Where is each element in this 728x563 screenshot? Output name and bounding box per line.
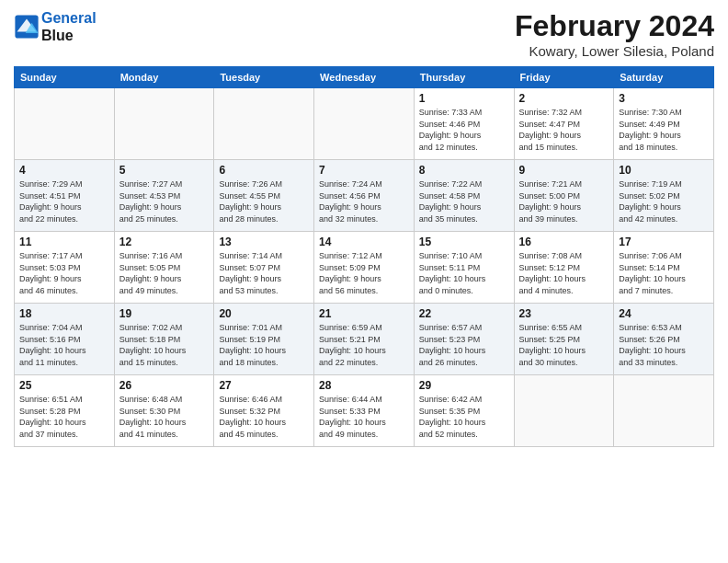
day-number: 20 bbox=[219, 307, 309, 320]
day-number: 28 bbox=[319, 379, 409, 392]
table-row: 13Sunrise: 7:14 AM Sunset: 5:07 PM Dayli… bbox=[214, 232, 314, 304]
table-row: 5Sunrise: 7:27 AM Sunset: 4:53 PM Daylig… bbox=[114, 160, 214, 232]
day-number: 21 bbox=[319, 307, 409, 320]
day-info: Sunrise: 6:55 AM Sunset: 5:25 PM Dayligh… bbox=[519, 322, 609, 368]
calendar-header-row: Sunday Monday Tuesday Wednesday Thursday… bbox=[15, 67, 714, 88]
logo-line1: General bbox=[41, 10, 97, 26]
day-info: Sunrise: 7:16 AM Sunset: 5:05 PM Dayligh… bbox=[119, 250, 210, 296]
day-info: Sunrise: 6:42 AM Sunset: 5:35 PM Dayligh… bbox=[419, 394, 509, 440]
table-row: 12Sunrise: 7:16 AM Sunset: 5:05 PM Dayli… bbox=[114, 232, 214, 304]
table-row: 11Sunrise: 7:17 AM Sunset: 5:03 PM Dayli… bbox=[15, 232, 115, 304]
table-row: 8Sunrise: 7:22 AM Sunset: 4:58 PM Daylig… bbox=[414, 160, 514, 232]
title-block: February 2024 Kowary, Lower Silesia, Pol… bbox=[515, 9, 714, 59]
table-row: 6Sunrise: 7:26 AM Sunset: 4:55 PM Daylig… bbox=[214, 160, 314, 232]
col-thursday: Thursday bbox=[414, 67, 514, 88]
calendar-week-row: 11Sunrise: 7:17 AM Sunset: 5:03 PM Dayli… bbox=[15, 232, 714, 304]
day-number: 27 bbox=[219, 379, 309, 392]
day-info: Sunrise: 7:22 AM Sunset: 4:58 PM Dayligh… bbox=[419, 178, 509, 224]
day-info: Sunrise: 7:12 AM Sunset: 5:09 PM Dayligh… bbox=[319, 250, 409, 296]
table-row bbox=[15, 88, 115, 160]
day-number: 2 bbox=[519, 92, 609, 105]
table-row: 10Sunrise: 7:19 AM Sunset: 5:02 PM Dayli… bbox=[614, 160, 714, 232]
table-row: 21Sunrise: 6:59 AM Sunset: 5:21 PM Dayli… bbox=[314, 304, 415, 375]
day-number: 8 bbox=[419, 164, 509, 177]
table-row bbox=[614, 375, 714, 447]
page: General Blue February 2024 Kowary, Lower… bbox=[0, 0, 728, 563]
calendar-week-row: 4Sunrise: 7:29 AM Sunset: 4:51 PM Daylig… bbox=[15, 160, 714, 232]
table-row: 29Sunrise: 6:42 AM Sunset: 5:35 PM Dayli… bbox=[414, 375, 514, 447]
day-number: 12 bbox=[119, 236, 210, 248]
table-row bbox=[314, 88, 415, 160]
day-number: 7 bbox=[319, 164, 409, 177]
col-friday: Friday bbox=[514, 67, 614, 88]
day-info: Sunrise: 6:46 AM Sunset: 5:32 PM Dayligh… bbox=[219, 394, 309, 440]
day-number: 25 bbox=[19, 379, 109, 392]
day-number: 16 bbox=[519, 236, 609, 248]
table-row: 20Sunrise: 7:01 AM Sunset: 5:19 PM Dayli… bbox=[214, 304, 314, 375]
day-info: Sunrise: 6:51 AM Sunset: 5:28 PM Dayligh… bbox=[19, 394, 109, 440]
day-number: 15 bbox=[419, 236, 509, 248]
day-info: Sunrise: 7:33 AM Sunset: 4:46 PM Dayligh… bbox=[419, 107, 509, 153]
day-number: 26 bbox=[119, 379, 210, 392]
day-number: 14 bbox=[319, 236, 409, 248]
day-info: Sunrise: 7:30 AM Sunset: 4:49 PM Dayligh… bbox=[619, 107, 709, 153]
table-row: 17Sunrise: 7:06 AM Sunset: 5:14 PM Dayli… bbox=[614, 232, 714, 304]
day-info: Sunrise: 6:59 AM Sunset: 5:21 PM Dayligh… bbox=[319, 322, 409, 368]
table-row: 26Sunrise: 6:48 AM Sunset: 5:30 PM Dayli… bbox=[114, 375, 214, 447]
table-row: 28Sunrise: 6:44 AM Sunset: 5:33 PM Dayli… bbox=[314, 375, 415, 447]
col-tuesday: Tuesday bbox=[214, 67, 314, 88]
day-info: Sunrise: 7:08 AM Sunset: 5:12 PM Dayligh… bbox=[519, 250, 609, 296]
table-row bbox=[514, 375, 614, 447]
table-row bbox=[214, 88, 314, 160]
day-info: Sunrise: 7:10 AM Sunset: 5:11 PM Dayligh… bbox=[419, 250, 509, 296]
logo: General Blue bbox=[14, 9, 97, 44]
table-row: 16Sunrise: 7:08 AM Sunset: 5:12 PM Dayli… bbox=[514, 232, 614, 304]
day-info: Sunrise: 7:06 AM Sunset: 5:14 PM Dayligh… bbox=[619, 250, 709, 296]
table-row: 22Sunrise: 6:57 AM Sunset: 5:23 PM Dayli… bbox=[414, 304, 514, 375]
day-info: Sunrise: 7:32 AM Sunset: 4:47 PM Dayligh… bbox=[519, 107, 609, 153]
table-row: 4Sunrise: 7:29 AM Sunset: 4:51 PM Daylig… bbox=[15, 160, 115, 232]
calendar-week-row: 1Sunrise: 7:33 AM Sunset: 4:46 PM Daylig… bbox=[15, 88, 714, 160]
header: General Blue February 2024 Kowary, Lower… bbox=[14, 9, 714, 59]
day-number: 22 bbox=[419, 307, 509, 320]
day-info: Sunrise: 7:26 AM Sunset: 4:55 PM Dayligh… bbox=[219, 178, 309, 224]
table-row: 2Sunrise: 7:32 AM Sunset: 4:47 PM Daylig… bbox=[514, 88, 614, 160]
table-row: 1Sunrise: 7:33 AM Sunset: 4:46 PM Daylig… bbox=[414, 88, 514, 160]
day-number: 6 bbox=[219, 164, 309, 177]
table-row: 18Sunrise: 7:04 AM Sunset: 5:16 PM Dayli… bbox=[15, 304, 115, 375]
day-number: 5 bbox=[119, 164, 210, 177]
day-number: 18 bbox=[19, 307, 109, 320]
day-info: Sunrise: 7:19 AM Sunset: 5:02 PM Dayligh… bbox=[619, 178, 709, 224]
day-info: Sunrise: 7:24 AM Sunset: 4:56 PM Dayligh… bbox=[319, 178, 409, 224]
day-number: 17 bbox=[619, 236, 709, 248]
table-row: 27Sunrise: 6:46 AM Sunset: 5:32 PM Dayli… bbox=[214, 375, 314, 447]
day-number: 19 bbox=[119, 307, 210, 320]
logo-line2: Blue bbox=[41, 28, 74, 43]
table-row: 19Sunrise: 7:02 AM Sunset: 5:18 PM Dayli… bbox=[114, 304, 214, 375]
logo-icon bbox=[14, 14, 40, 40]
calendar-week-row: 18Sunrise: 7:04 AM Sunset: 5:16 PM Dayli… bbox=[15, 304, 714, 375]
col-saturday: Saturday bbox=[614, 67, 714, 88]
day-number: 11 bbox=[19, 236, 109, 248]
col-wednesday: Wednesday bbox=[314, 67, 415, 88]
day-number: 29 bbox=[419, 379, 509, 392]
day-info: Sunrise: 7:27 AM Sunset: 4:53 PM Dayligh… bbox=[119, 178, 210, 224]
table-row: 23Sunrise: 6:55 AM Sunset: 5:25 PM Dayli… bbox=[514, 304, 614, 375]
table-row: 14Sunrise: 7:12 AM Sunset: 5:09 PM Dayli… bbox=[314, 232, 415, 304]
table-row: 24Sunrise: 6:53 AM Sunset: 5:26 PM Dayli… bbox=[614, 304, 714, 375]
location-title: Kowary, Lower Silesia, Poland bbox=[515, 43, 714, 59]
day-info: Sunrise: 7:01 AM Sunset: 5:19 PM Dayligh… bbox=[219, 322, 309, 368]
day-info: Sunrise: 7:14 AM Sunset: 5:07 PM Dayligh… bbox=[219, 250, 309, 296]
day-info: Sunrise: 7:02 AM Sunset: 5:18 PM Dayligh… bbox=[119, 322, 210, 368]
table-row bbox=[114, 88, 214, 160]
day-info: Sunrise: 7:04 AM Sunset: 5:16 PM Dayligh… bbox=[19, 322, 109, 368]
day-number: 24 bbox=[619, 307, 709, 320]
day-number: 23 bbox=[519, 307, 609, 320]
day-number: 10 bbox=[619, 164, 709, 177]
day-number: 13 bbox=[219, 236, 309, 248]
table-row: 3Sunrise: 7:30 AM Sunset: 4:49 PM Daylig… bbox=[614, 88, 714, 160]
day-info: Sunrise: 6:48 AM Sunset: 5:30 PM Dayligh… bbox=[119, 394, 210, 440]
day-number: 4 bbox=[19, 164, 109, 177]
day-info: Sunrise: 6:44 AM Sunset: 5:33 PM Dayligh… bbox=[319, 394, 409, 440]
table-row: 15Sunrise: 7:10 AM Sunset: 5:11 PM Dayli… bbox=[414, 232, 514, 304]
